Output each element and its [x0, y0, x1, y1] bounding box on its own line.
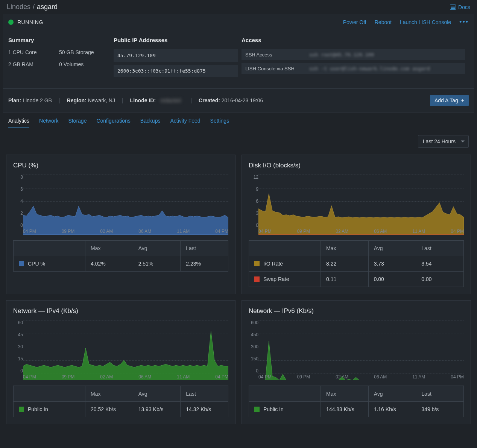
chart-xtick: 09 PM: [62, 229, 75, 235]
stats-row: I/O Rate8.223.733.54: [249, 256, 463, 271]
stats-head-max: Max: [321, 241, 368, 256]
chart-card-disk: Disk I/O (blocks/s)12963004 PM09 PM02 AM…: [242, 155, 471, 294]
legend-name: Public In: [28, 406, 48, 412]
chart-ytick: 0: [256, 368, 258, 374]
status-label: RUNNING: [17, 19, 43, 25]
legend-name: Public In: [263, 406, 284, 412]
chart-xtick: 04 PM: [451, 374, 464, 380]
chart-ipv6: 600450300150004 PM09 PM02 AM06 AM11 AM04…: [258, 320, 464, 380]
tab-settings[interactable]: Settings: [210, 118, 229, 128]
chart-ytick: 45: [18, 332, 23, 337]
chart-xtick: 02 AM: [100, 374, 113, 380]
chart-ytick: 60: [18, 320, 23, 325]
power-off-action[interactable]: Power Off: [343, 19, 366, 25]
more-actions-icon[interactable]: •••: [459, 18, 469, 26]
stats-head-blank: [249, 241, 321, 256]
summary-volumes: 0 Volumes: [59, 61, 110, 67]
breadcrumb-root[interactable]: Linodes: [7, 3, 30, 11]
docs-link[interactable]: Docs: [450, 4, 470, 10]
time-range-value: Last 24 Hours: [423, 138, 456, 144]
stats-max: 0.11: [321, 272, 368, 287]
chart-ytick: 30: [18, 344, 23, 349]
stats-head-blank: [14, 241, 85, 256]
legend-swatch-icon: [254, 261, 260, 266]
tab-network[interactable]: Network: [39, 118, 58, 128]
chart-xtick: 04 PM: [258, 229, 272, 235]
legend-swatch-icon: [254, 276, 260, 282]
chart-ytick: 8: [20, 175, 23, 180]
stats-avg: 2.51%: [133, 256, 181, 271]
created-value: 2016-04-23 19:06: [222, 97, 263, 103]
stats-table-disk: MaxAvgLastI/O Rate8.223.733.54Swap Rate0…: [249, 240, 464, 287]
chart-xtick: 09 PM: [297, 229, 310, 235]
tab-activity-feed[interactable]: Activity Feed: [170, 118, 200, 128]
chart-xtick: 11 AM: [177, 374, 190, 380]
chart-xtick: 02 AM: [336, 374, 348, 380]
stats-last: 14.32 Kb/s: [180, 402, 228, 417]
tabs: Analytics Network Storage Configurations…: [3, 112, 474, 128]
access-ssh-row[interactable]: SSH Access ssh root@45.79.129.109: [242, 49, 465, 60]
reboot-action[interactable]: Reboot: [375, 19, 392, 25]
access-title: Access: [242, 37, 465, 43]
chart-xtick: 04 PM: [23, 374, 36, 380]
stats-last: 349 b/s: [416, 402, 463, 417]
stats-table-cpu: MaxAvgLastCPU %4.02%2.51%2.23%: [13, 240, 228, 272]
stats-head-last: Last: [416, 386, 463, 401]
stats-avg: 1.16 Kb/s: [368, 402, 416, 417]
chart-ytick: 4: [20, 199, 23, 204]
access-lish-value: ssh -t user@lish-newark.linode.com asgar…: [309, 66, 430, 71]
tab-analytics[interactable]: Analytics: [8, 118, 29, 128]
launch-lish-action[interactable]: Launch LISH Console: [400, 19, 451, 25]
stats-head-blank: [14, 386, 85, 401]
tab-storage[interactable]: Storage: [68, 118, 87, 128]
status-bar: RUNNING Power Off Reboot Launch LISH Con…: [3, 14, 474, 30]
chart-xtick: 06 AM: [138, 374, 151, 380]
access-lish-label: LISH Console via SSH: [245, 66, 309, 71]
chart-card-ipv6: Network — IPv6 (Kb/s)600450300150004 PM0…: [242, 300, 471, 424]
breadcrumb-current: asgard: [37, 3, 58, 11]
stats-head-max: Max: [85, 386, 133, 401]
chart-ytick: 0: [20, 223, 23, 228]
chart-ytick: 600: [251, 320, 258, 325]
add-tag-label: Add A Tag: [434, 97, 458, 103]
summary-storage: 50 GB Storage: [59, 49, 110, 55]
access-ssh-value: ssh root@45.79.129.109: [309, 52, 374, 58]
legend-name: I/O Rate: [263, 261, 283, 267]
status-dot-icon: [8, 20, 14, 25]
chart-ipv4: 60453015004 PM09 PM02 AM06 AM11 AM04 PM: [23, 320, 228, 380]
access-ssh-label: SSH Access: [245, 52, 309, 58]
chart-xtick: 02 AM: [100, 229, 113, 235]
chart-title-disk: Disk I/O (blocks/s): [249, 162, 464, 169]
public-ipv4[interactable]: 45.79.129.109: [114, 49, 238, 62]
chart-xtick: 04 PM: [23, 229, 36, 235]
tab-backups[interactable]: Backups: [140, 118, 161, 128]
summary-cpu: 1 CPU Core: [8, 49, 59, 55]
legend-name: Swap Rate: [263, 276, 289, 282]
stats-max: 144.83 Kb/s: [321, 402, 368, 417]
chart-xtick: 04 PM: [215, 374, 228, 380]
plan-label: Plan:: [8, 97, 21, 103]
stats-last: 2.23%: [180, 256, 228, 271]
stats-head-blank: [249, 386, 321, 401]
chart-xtick: 09 PM: [297, 374, 310, 380]
chart-ytick: 9: [256, 187, 258, 192]
stats-max: 4.02%: [85, 256, 133, 271]
chart-ytick: 12: [254, 175, 258, 180]
stats-avg: 13.93 Kb/s: [133, 402, 181, 417]
add-tag-button[interactable]: Add A Tag +: [430, 95, 469, 106]
legend-swatch-icon: [19, 407, 24, 412]
tab-configurations[interactable]: Configurations: [96, 118, 130, 128]
created-label: Created:: [199, 97, 220, 103]
time-range-select[interactable]: Last 24 Hours: [418, 135, 469, 148]
stats-head-avg: Avg: [133, 241, 181, 256]
chart-xtick: 06 AM: [138, 229, 151, 235]
chart-xtick: 11 AM: [177, 229, 190, 235]
public-ipv6[interactable]: 2600:3c03::f03c:91ff:fe55:d875: [114, 65, 238, 77]
access-lish-row[interactable]: LISH Console via SSH ssh -t user@lish-ne…: [242, 63, 465, 74]
chart-xtick: 11 AM: [412, 374, 425, 380]
chart-ytick: 15: [18, 356, 23, 361]
chart-title-ipv6: Network — IPv6 (Kb/s): [249, 307, 464, 315]
chart-xtick: 04 PM: [215, 229, 228, 235]
chart-xtick: 06 AM: [374, 229, 387, 235]
chart-xtick: 04 PM: [258, 374, 272, 380]
